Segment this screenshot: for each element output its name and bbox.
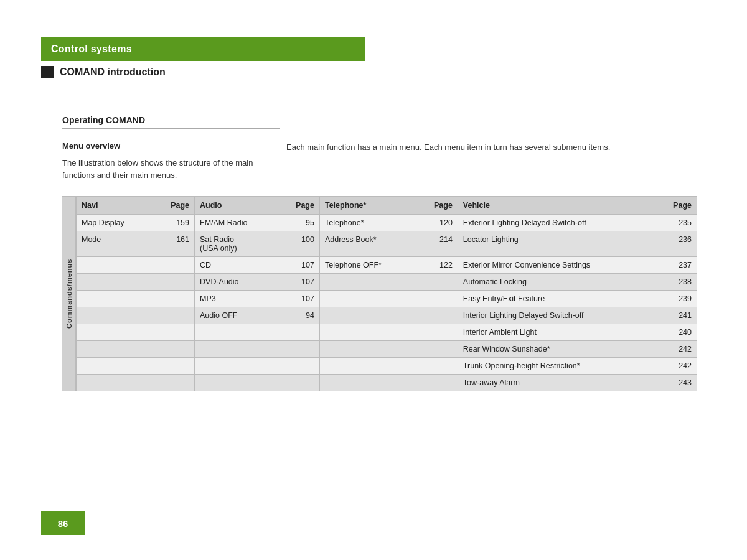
right-col: Each main function has a main menu. Each… <box>286 141 697 181</box>
table-row: Audio OFF94Interior Lighting Delayed Swi… <box>77 307 697 324</box>
table-row: Tow-away Alarm243 <box>77 375 697 391</box>
col-vehicle-page: Page <box>655 197 697 215</box>
col-navi-page: Page <box>153 197 194 215</box>
right-body-text: Each main function has a main menu. Each… <box>286 141 697 154</box>
table-header-row: Navi Page Audio Page Telephone* Page Veh… <box>77 197 697 215</box>
section-header: COMAND introduction <box>41 66 365 78</box>
menu-table: Navi Page Audio Page Telephone* Page Veh… <box>76 196 697 391</box>
table-wrapper: Commands/menus Navi Page Audio Page Tele… <box>62 196 697 391</box>
page-number: 86 <box>58 518 68 529</box>
green-bar-title: Control systems <box>51 44 132 54</box>
comand-title: COMAND introduction <box>60 67 166 78</box>
col-vehicle: Vehicle <box>458 197 655 215</box>
header-section: Control systems COMAND introduction <box>41 37 365 78</box>
left-col: Menu overview The illustration below sho… <box>62 141 261 181</box>
col-telephone: Telephone* <box>319 197 416 215</box>
table-row: MP3107Easy Entry/Exit Feature239 <box>77 291 697 307</box>
table-row: Rear Window Sunshade*242 <box>77 341 697 358</box>
page-number-box: 86 <box>41 511 85 535</box>
vertical-label: Commands/menus <box>62 196 76 391</box>
table-row: CD107Telephone OFF*122Exterior Mirror Co… <box>77 257 697 274</box>
black-square-icon <box>41 66 54 78</box>
table-row: Map Display159FM/AM Radio95Telephone*120… <box>77 215 697 231</box>
green-bar: Control systems <box>41 37 365 61</box>
left-body-text: The illustration below shows the structu… <box>62 157 261 181</box>
table-row: Trunk Opening-height Restriction*242 <box>77 358 697 375</box>
table-row: Interior Ambient Light240 <box>77 324 697 341</box>
page-container: Control systems COMAND introduction Oper… <box>0 0 747 560</box>
main-content: Operating COMAND Menu overview The illus… <box>62 115 697 391</box>
col-audio: Audio <box>195 197 278 215</box>
col-telephone-page: Page <box>416 197 458 215</box>
col-navi: Navi <box>77 197 153 215</box>
intro-two-col: Menu overview The illustration below sho… <box>62 141 697 181</box>
operating-section-title: Operating COMAND <box>62 115 280 129</box>
col-audio-page: Page <box>278 197 319 215</box>
table-row: DVD-Audio107Automatic Locking238 <box>77 274 697 291</box>
menu-overview-title: Menu overview <box>62 141 261 151</box>
table-row: Mode161Sat Radio(USA only)100Address Boo… <box>77 231 697 257</box>
